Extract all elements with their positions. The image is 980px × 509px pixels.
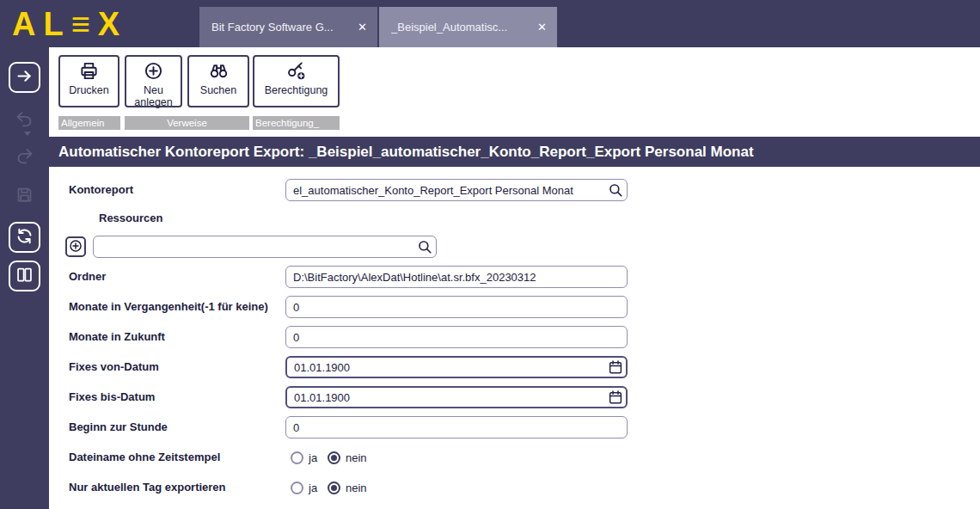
button-label: Berechtigung <box>265 84 328 96</box>
button-label: Suchen <box>200 84 236 96</box>
save-icon <box>15 186 34 207</box>
close-icon[interactable]: ✕ <box>537 21 547 34</box>
forward-arrow-button[interactable] <box>9 62 40 93</box>
radio-label-ja[interactable]: ja <box>309 481 317 494</box>
save-button[interactable] <box>9 181 40 212</box>
ressourcen-input[interactable] <box>93 236 437 258</box>
ressourcen-field <box>93 236 437 258</box>
search-icon[interactable] <box>417 239 432 254</box>
search-button[interactable]: Suchen <box>187 55 249 107</box>
monate-vergangenheit-input[interactable] <box>285 296 628 318</box>
plus-circle-icon <box>144 61 163 83</box>
monate-zukunft-input[interactable] <box>285 326 628 348</box>
close-icon[interactable]: ✕ <box>358 21 367 34</box>
radio-aktuellen-tag-ja[interactable] <box>291 481 303 494</box>
monate-zukunft-field <box>285 326 628 348</box>
beginn-stunde-field <box>285 416 628 438</box>
fixes-von-datum-label: Fixes von-Datum <box>69 356 159 378</box>
ordner-field <box>285 266 628 288</box>
columns-button[interactable] <box>9 261 40 291</box>
radio-dateiname-ja[interactable] <box>291 451 303 464</box>
fixes-von-datum-field <box>285 356 628 378</box>
ordner-label: Ordner <box>69 266 106 288</box>
monate-vergangenheit-field <box>285 296 628 318</box>
fixes-bis-datum-label: Fixes bis-Datum <box>69 386 155 408</box>
main-content: Drucken Neu anlegen Suchen Berechtigung … <box>49 47 980 509</box>
group-tab-allgemein[interactable]: Allgemein <box>58 116 120 130</box>
add-resource-button[interactable] <box>65 236 86 257</box>
monate-zukunft-label: Monate in Zukunft <box>69 326 165 348</box>
radio-label-nein[interactable]: nein <box>346 451 367 464</box>
dateiname-zeitstempel-label: Dateiname ohne Zeitstempel <box>69 446 220 469</box>
kontoreport-field <box>285 179 628 201</box>
fixes-von-datum-input[interactable] <box>285 356 628 378</box>
key-plus-icon <box>286 61 306 83</box>
radio-label-nein[interactable]: nein <box>346 481 367 494</box>
radio-aktuellen-tag-nein[interactable] <box>328 481 340 494</box>
plus-circle-icon <box>69 239 83 255</box>
nur-aktuellen-tag-label: Nur aktuellen Tag exportieren <box>69 476 226 499</box>
app-window: AL≡X Bit Factory Software G... ✕ _Beispi… <box>0 0 980 509</box>
group-tab-berechtigung[interactable]: Berechtigung_ <box>253 116 340 130</box>
refresh-button[interactable] <box>9 222 40 253</box>
refresh-icon <box>15 227 34 248</box>
printer-icon <box>79 61 99 83</box>
button-label: Drucken <box>69 84 109 96</box>
calendar-icon[interactable] <box>608 359 623 375</box>
kontoreport-input[interactable] <box>285 179 628 201</box>
redo-icon <box>15 147 34 169</box>
group-tab-verweise[interactable]: Verweise <box>125 116 249 130</box>
fixes-bis-datum-field <box>285 386 628 408</box>
search-icon[interactable] <box>608 182 623 198</box>
new-record-button[interactable]: Neu anlegen <box>125 55 182 107</box>
radio-dateiname-nein[interactable] <box>328 451 340 464</box>
monate-vergangenheit-label: Monate in Vergangenheit(-1 für keine) <box>69 296 268 318</box>
undo-icon <box>15 110 34 132</box>
alex-logo: AL≡X <box>12 2 127 46</box>
fixes-bis-datum-input[interactable] <box>285 386 628 408</box>
button-label: Neu anlegen <box>128 84 179 109</box>
redo-button[interactable] <box>9 142 40 173</box>
kontoreport-label: Kontoreport <box>69 179 133 201</box>
binoculars-icon <box>209 61 229 83</box>
undo-history-caret-icon[interactable] <box>24 132 31 136</box>
tab-bit-factory[interactable]: Bit Factory Software G... ✕ <box>199 7 377 47</box>
ordner-input[interactable] <box>285 266 628 288</box>
beginn-stunde-label: Beginn zur Stunde <box>69 416 168 438</box>
top-bar: AL≡X Bit Factory Software G... ✕ _Beispi… <box>0 0 980 47</box>
ressourcen-label: Ressourcen <box>99 207 162 230</box>
permissions-button[interactable]: Berechtigung <box>253 55 340 107</box>
sidebar <box>0 47 49 509</box>
tab-label: _Beispiel_Automatisc... <box>391 21 529 34</box>
columns-icon <box>15 266 34 287</box>
print-button[interactable]: Drucken <box>58 55 119 107</box>
tab-beispiel-automatisch[interactable]: _Beispiel_Automatisc... ✕ <box>379 7 557 47</box>
tab-label: Bit Factory Software G... <box>211 21 349 34</box>
radio-label-ja[interactable]: ja <box>309 451 317 464</box>
page-title: Automatischer Kontoreport Export: _Beisp… <box>49 137 980 167</box>
arrow-right-icon <box>15 67 34 89</box>
calendar-icon[interactable] <box>608 389 623 405</box>
beginn-stunde-input[interactable] <box>285 416 628 438</box>
